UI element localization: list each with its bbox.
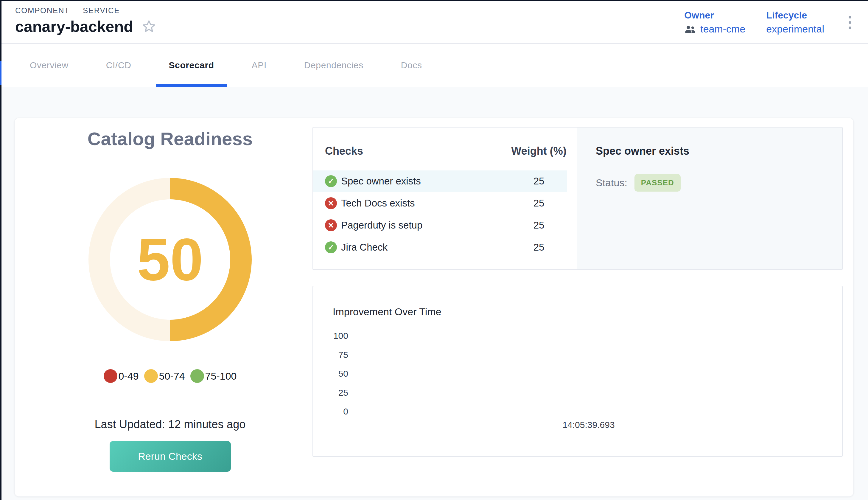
legend-dot	[190, 369, 204, 383]
x-axis-tick: 14:05:39.693	[541, 420, 636, 430]
legend-item: 0-49	[104, 369, 139, 383]
entity-header: COMPONENT — SERVICE canary-backend Owner	[0, 0, 868, 44]
y-axis-tick: 50	[321, 369, 348, 378]
check-name: Jira Check	[341, 242, 387, 253]
details-column: Checks Weight (%) ✓ Spec owner exists 25…	[312, 118, 843, 497]
legend-item: 75-100	[190, 369, 237, 383]
status-label: Status:	[596, 177, 627, 189]
lifecycle-block: Lifecycle experimental	[766, 10, 824, 35]
check-name: Tech Docs exists	[341, 197, 415, 209]
checks-table-header: Checks Weight (%)	[325, 145, 567, 157]
star-icon[interactable]	[141, 19, 157, 34]
score-summary-column: Catalog Readiness 50 0-49 50-74 75-100	[15, 118, 312, 497]
owner-link[interactable]: team-cme	[700, 23, 745, 35]
legend-dot	[104, 369, 117, 383]
y-axis-tick: 75	[321, 350, 348, 359]
group-icon	[684, 25, 697, 34]
check-weight: 25	[511, 197, 567, 209]
page-title: canary-backend	[15, 18, 133, 35]
readiness-gauge: 50	[89, 178, 252, 341]
check-name: Pagerduty is setup	[341, 219, 423, 231]
legend-label: 50-74	[159, 371, 185, 382]
tab-docs[interactable]: Docs	[388, 44, 435, 87]
check-failed-icon: ✕	[325, 219, 337, 231]
legend-item: 50-74	[144, 369, 185, 383]
entity-kind-label: COMPONENT — SERVICE	[15, 6, 157, 15]
content-area: Catalog Readiness 50 0-49 50-74 75-100	[0, 87, 868, 500]
improvement-chart: Improvement Over Time 100 75 50 25 0 14:…	[312, 286, 843, 457]
check-weight: 25	[511, 219, 567, 231]
scorecard-title: Catalog Readiness	[88, 128, 253, 149]
weight-column-header: Weight (%)	[511, 145, 567, 157]
check-failed-icon: ✕	[325, 197, 337, 209]
tab-api[interactable]: API	[239, 44, 280, 87]
y-axis-tick: 0	[321, 407, 348, 416]
tab-dependencies[interactable]: Dependencies	[291, 44, 377, 87]
check-name: Spec owner exists	[341, 175, 421, 187]
check-row[interactable]: ✕ Pagerduty is setup 25	[313, 215, 567, 236]
check-passed-icon: ✓	[325, 175, 337, 187]
check-detail-panel: Spec owner exists Status: PASSED	[577, 127, 842, 269]
score-legend: 0-49 50-74 75-100	[101, 369, 240, 383]
lifecycle-label: Lifecycle	[766, 10, 824, 21]
owner-label: Owner	[684, 10, 745, 21]
checks-table: Checks Weight (%) ✓ Spec owner exists 25…	[313, 127, 577, 269]
legend-label: 75-100	[205, 371, 237, 382]
tab-scorecard[interactable]: Scorecard	[156, 44, 227, 87]
checks-column-header: Checks	[325, 145, 363, 157]
score-value: 50	[89, 178, 252, 341]
scorecard-card: Catalog Readiness 50 0-49 50-74 75-100	[14, 118, 854, 497]
check-weight: 25	[511, 175, 567, 187]
entity-title-block: COMPONENT — SERVICE canary-backend	[15, 6, 157, 35]
lifecycle-value: experimental	[766, 23, 824, 35]
check-row[interactable]: ✕ Tech Docs exists 25	[313, 193, 567, 214]
window-top-edge	[0, 0, 868, 1]
check-passed-icon: ✓	[325, 241, 337, 253]
last-updated-text: Last Updated: 12 minutes ago	[94, 418, 245, 431]
chart-title: Improvement Over Time	[333, 306, 441, 318]
rerun-checks-button[interactable]: Rerun Checks	[109, 441, 231, 472]
tab-ci-cd[interactable]: CI/CD	[93, 44, 144, 87]
status-badge: PASSED	[635, 174, 681, 192]
entity-tab-bar: Overview CI/CD Scorecard API Dependencie…	[0, 44, 868, 87]
check-weight: 25	[511, 242, 567, 253]
y-axis-tick: 25	[321, 388, 348, 397]
legend-dot	[144, 369, 158, 383]
legend-label: 0-49	[118, 371, 139, 382]
check-row[interactable]: ✓ Jira Check 25	[313, 237, 567, 258]
y-axis-tick: 100	[321, 331, 348, 340]
owner-block: Owner team-cme	[684, 10, 745, 35]
check-row[interactable]: ✓ Spec owner exists 25	[313, 170, 567, 192]
tab-overview[interactable]: Overview	[17, 44, 82, 87]
active-tab-edge-indicator	[0, 61, 1, 85]
checks-panel: Checks Weight (%) ✓ Spec owner exists 25…	[312, 127, 843, 270]
check-detail-title: Spec owner exists	[596, 145, 830, 157]
kebab-menu-icon[interactable]	[845, 14, 855, 31]
